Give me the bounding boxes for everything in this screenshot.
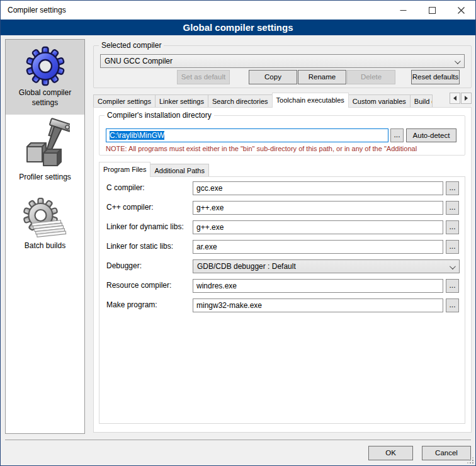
close-button[interactable]	[446, 1, 475, 20]
toolchain-executables-panel: Compiler's installation directory C:\ray…	[93, 107, 472, 433]
tab-build-options-truncated[interactable]: Build options	[410, 94, 433, 108]
minimize-icon	[400, 7, 407, 14]
tab-custom-variables[interactable]: Custom variables	[348, 94, 411, 108]
sidebar-item-profiler-settings[interactable]: Profiler settings	[6, 115, 84, 185]
chevron-down-icon	[450, 263, 456, 270]
c-compiler-input[interactable]	[193, 181, 443, 195]
make-program-browse-button[interactable]: ...	[446, 298, 459, 312]
maximize-icon	[429, 7, 436, 14]
c-compiler-browse-button[interactable]: ...	[446, 181, 459, 195]
tab-linker-settings[interactable]: Linker settings	[155, 94, 208, 108]
rename-button[interactable]: Rename	[298, 70, 346, 84]
compiler-select-value: GNU GCC Compiler	[105, 57, 173, 65]
bin-subdirectory-note: NOTE: All programs must exist either in …	[106, 145, 464, 152]
tab-scroll-left-button[interactable]	[450, 93, 460, 104]
tab-scroll-left-icon	[453, 96, 456, 101]
resource-compiler-input[interactable]	[193, 279, 443, 293]
copy-button[interactable]: Copy	[249, 70, 297, 84]
sidebar-item-batch-builds[interactable]: Batch builds	[6, 185, 84, 263]
footer-divider	[5, 440, 471, 440]
linker-static-label: Linker for static libs:	[106, 242, 173, 251]
resize-grip[interactable]	[467, 457, 474, 464]
sidebar-item-label: Global compiler settings	[6, 88, 84, 108]
window-title: Compiler settings	[1, 6, 388, 14]
tab-scroll-right-icon	[465, 96, 468, 101]
tab-additional-paths[interactable]: Additional Paths	[150, 164, 209, 177]
tab-scroll-arrows	[450, 93, 472, 104]
cpp-compiler-label: C++ compiler:	[106, 203, 154, 212]
sidebar-item-label: Batch builds	[22, 241, 68, 251]
linker-static-input[interactable]	[193, 240, 443, 254]
install-dir-input[interactable]: C:\raylib\MinGW	[106, 128, 388, 142]
linker-dynamic-input[interactable]	[193, 220, 443, 234]
resource-compiler-browse-button[interactable]: ...	[446, 279, 459, 293]
delete-button[interactable]: Delete	[347, 70, 395, 84]
set-as-default-button[interactable]: Set as default	[177, 70, 230, 84]
tab-program-files[interactable]: Program Files	[99, 162, 150, 177]
sidebar-item-label: Profiler settings	[16, 173, 74, 183]
tab-compiler-settings[interactable]: Compiler settings	[93, 94, 156, 108]
cpp-compiler-browse-button[interactable]: ...	[446, 201, 459, 215]
minimize-button[interactable]	[388, 1, 417, 20]
debugger-select-value: GDB/CDB debugger : Default	[197, 262, 296, 271]
program-files-page: C compiler: ... C++ compiler: ... Linker…	[99, 176, 465, 424]
page-title: Global compiler settings	[1, 20, 475, 35]
close-icon	[458, 7, 465, 14]
chevron-down-icon	[455, 58, 461, 64]
gear-stack-icon	[23, 198, 68, 239]
linker-static-browse-button[interactable]: ...	[446, 240, 459, 254]
debugger-select[interactable]: GDB/CDB debugger : Default	[193, 259, 460, 273]
install-dir-browse-button[interactable]: ...	[390, 128, 404, 142]
c-compiler-label: C compiler:	[106, 183, 145, 192]
tab-toolchain-executables[interactable]: Toolchain executables	[272, 93, 349, 108]
selected-compiler-group-label: Selected compiler	[99, 41, 164, 50]
reset-defaults-button[interactable]: Reset defaults	[411, 70, 460, 84]
maximize-button[interactable]	[417, 1, 446, 20]
compiler-settings-dialog: Compiler settings Global compiler settin…	[0, 0, 476, 466]
cancel-button[interactable]: Cancel	[422, 446, 471, 460]
program-files-tabstrip: Program Files Additional Paths	[99, 162, 208, 177]
tab-scroll-right-button[interactable]	[461, 93, 472, 104]
ok-button[interactable]: OK	[368, 446, 413, 460]
sidebar-item-global-compiler-settings[interactable]: Global compiler settings	[6, 40, 84, 115]
debugger-label: Debugger:	[106, 261, 142, 270]
compiler-select[interactable]: GNU GCC Compiler	[100, 54, 465, 68]
selected-compiler-group: Selected compiler GNU GCC Compiler Set a…	[93, 45, 472, 88]
make-program-label: Make program:	[106, 300, 157, 309]
make-program-input[interactable]	[193, 298, 443, 312]
install-dir-selected-text: C:\raylib\MinGW	[110, 131, 164, 140]
titlebar: Compiler settings	[1, 1, 475, 20]
resource-compiler-label: Resource compiler:	[106, 281, 171, 290]
autodetect-button[interactable]: Auto-detect	[406, 128, 456, 142]
install-dir-group-label: Compiler's installation directory	[105, 111, 214, 120]
dialog-body: Global compiler settings	[1, 35, 475, 465]
caliper-icon	[21, 118, 70, 171]
blue-gear-icon	[25, 46, 65, 86]
settings-category-list: Global compiler settings	[5, 39, 85, 434]
settings-tabstrip: Compiler settings Linker settings Search…	[93, 93, 472, 108]
linker-dynamic-browse-button[interactable]: ...	[446, 220, 459, 234]
cpp-compiler-input[interactable]	[193, 201, 443, 215]
linker-dynamic-label: Linker for dynamic libs:	[106, 222, 184, 231]
install-dir-group: Compiler's installation directory C:\ray…	[99, 115, 465, 156]
tab-search-directories[interactable]: Search directories	[208, 94, 273, 108]
